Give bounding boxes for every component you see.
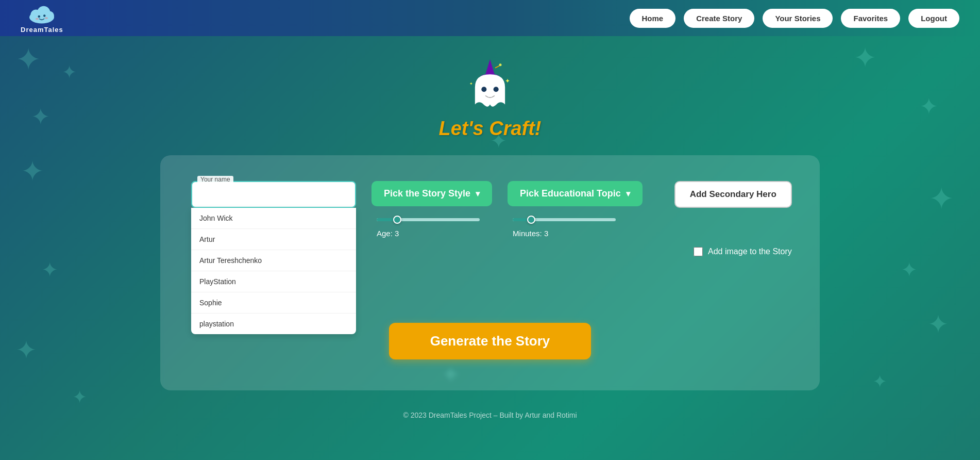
your-stories-button[interactable]: Your Stories xyxy=(763,9,833,28)
add-secondary-hero-button[interactable]: Add Secondary Hero xyxy=(674,181,792,208)
favorites-button[interactable]: Favorites xyxy=(841,9,900,28)
add-image-label: Add image to the Story xyxy=(694,247,792,256)
ghost-mascot-icon: ✦ ✦ xyxy=(464,57,516,113)
navbar: DreamTales Home Create Story Your Storie… xyxy=(0,0,980,36)
age-slider-container: Age: 3 xyxy=(371,215,492,238)
main-content: ✦ ✦ Let's Craft! Your name John Wick Art… xyxy=(0,36,980,430)
suggestion-item[interactable]: Sophie xyxy=(191,292,356,314)
logout-button[interactable]: Logout xyxy=(908,9,959,28)
suggestion-item[interactable]: PlayStation xyxy=(191,271,356,292)
add-image-checkbox[interactable] xyxy=(694,247,703,256)
name-field-column: Your name John Wick Artur Artur Tereshch… xyxy=(191,181,356,208)
svg-point-11 xyxy=(499,63,502,66)
topic-column: Pick Educational Topic ▾ Minutes: 3 xyxy=(508,181,643,238)
add-image-text: Add image to the Story xyxy=(708,247,792,256)
minutes-slider-container: Minutes: 3 xyxy=(508,215,643,238)
story-style-label: Pick the Story Style xyxy=(384,188,470,199)
generate-story-button[interactable]: Generate the Story xyxy=(389,323,592,359)
age-slider-wrap xyxy=(377,215,480,225)
home-button[interactable]: Home xyxy=(630,9,676,28)
footer-text: © 2023 DreamTales Project – Built by Art… xyxy=(403,411,577,419)
suggestion-item[interactable]: John Wick xyxy=(191,208,356,229)
logo: DreamTales xyxy=(21,3,63,34)
minutes-slider-wrap xyxy=(513,215,616,225)
chevron-down-icon: ▾ xyxy=(626,189,630,199)
svg-point-13 xyxy=(494,87,499,92)
svg-line-10 xyxy=(495,66,499,68)
footer: © 2023 DreamTales Project – Built by Art… xyxy=(393,401,587,430)
educational-topic-button[interactable]: Pick Educational Topic ▾ xyxy=(508,181,643,206)
svg-point-6 xyxy=(36,18,39,20)
page-title: Let's Craft! xyxy=(438,118,541,140)
story-style-column: Pick the Story Style ▾ Age: 3 xyxy=(371,181,492,238)
form-card: Your name John Wick Artur Artur Tereshch… xyxy=(160,155,820,390)
svg-point-5 xyxy=(43,14,46,17)
svg-text:✦: ✦ xyxy=(469,81,473,86)
logo-cloud-icon xyxy=(26,3,57,26)
name-label: Your name xyxy=(197,176,233,183)
form-controls-row: Your name John Wick Artur Artur Tereshch… xyxy=(191,181,789,256)
suggestions-dropdown: John Wick Artur Artur Tereshchenko PlayS… xyxy=(191,208,356,334)
age-label: Age: 3 xyxy=(377,229,492,238)
name-input[interactable] xyxy=(191,181,356,208)
suggestion-item[interactable]: Artur Tereshchenko xyxy=(191,250,356,271)
svg-marker-8 xyxy=(485,59,495,76)
minutes-label: Minutes: 3 xyxy=(513,229,643,238)
suggestion-item[interactable]: playstation xyxy=(191,314,356,334)
suggestion-item[interactable]: Artur xyxy=(191,229,356,250)
logo-text: DreamTales xyxy=(21,26,63,34)
educational-topic-label: Pick Educational Topic xyxy=(520,188,621,199)
chevron-down-icon: ▾ xyxy=(476,189,480,199)
secondary-hero-column: Add Secondary Hero Add image to the Stor… xyxy=(658,181,792,256)
mascot-area: ✦ ✦ Let's Craft! xyxy=(438,57,541,140)
name-field-container: Your name John Wick Artur Artur Tereshch… xyxy=(191,181,356,208)
svg-point-12 xyxy=(481,87,486,92)
create-story-button[interactable]: Create Story xyxy=(684,9,754,28)
story-style-button[interactable]: Pick the Story Style ▾ xyxy=(371,181,492,206)
nav-buttons: Home Create Story Your Stories Favorites… xyxy=(630,9,959,28)
svg-text:✦: ✦ xyxy=(505,77,510,84)
svg-point-7 xyxy=(45,17,48,19)
svg-point-4 xyxy=(38,15,41,18)
